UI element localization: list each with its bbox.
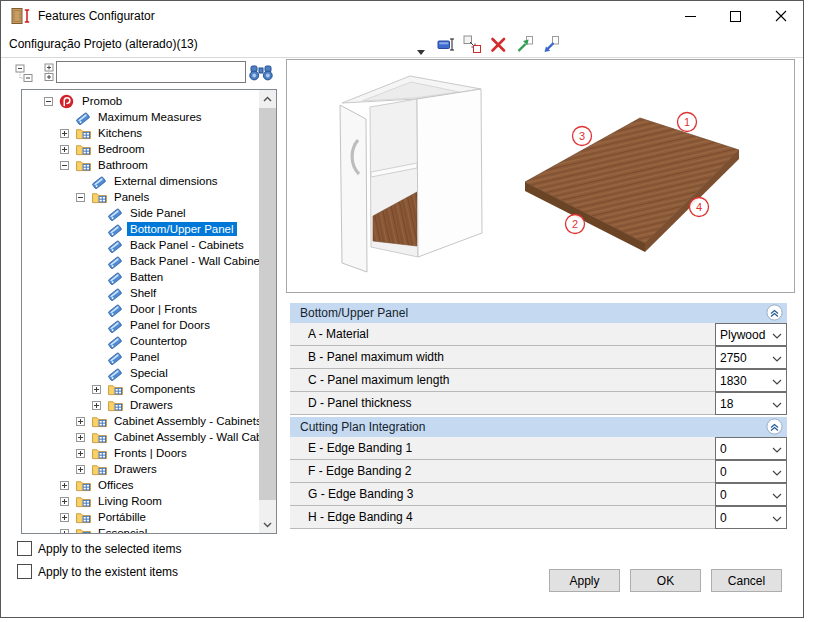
property-value-text: 0: [720, 465, 727, 479]
tree-item-drawers[interactable]: Drawers: [22, 397, 259, 413]
expander-plus-icon[interactable]: [76, 465, 91, 474]
tree-item-panel[interactable]: Panel: [22, 349, 259, 365]
folder-icon: [75, 526, 95, 534]
tree-item-countertop[interactable]: Countertop: [22, 333, 259, 349]
property-value-dropdown[interactable]: 2750: [715, 346, 787, 369]
tree-item-panel-for-doors[interactable]: Panel for Doors: [22, 317, 259, 333]
tree-item-batten[interactable]: Batten: [22, 269, 259, 285]
tree-item-back-panel-cabinets[interactable]: Back Panel - Cabinets: [22, 237, 259, 253]
property-value-dropdown[interactable]: 0: [715, 506, 787, 529]
tree-item-bathroom[interactable]: Bathroom: [22, 157, 259, 173]
property-label: G - Edge Banding 3: [290, 483, 715, 506]
minimize-button[interactable]: [668, 1, 713, 31]
delete-icon[interactable]: [489, 35, 508, 54]
scroll-up-icon[interactable]: [259, 90, 276, 107]
property-value-dropdown[interactable]: 18: [715, 392, 787, 415]
checkbox-box[interactable]: [17, 541, 32, 556]
titlebar: Features Configurator: [1, 1, 803, 31]
tree-item-kitchens[interactable]: Kitchens: [22, 125, 259, 141]
tree-item-label: Bathroom: [95, 158, 151, 172]
apply-button[interactable]: Apply: [549, 569, 620, 592]
tree-item-essencial[interactable]: Essencial: [22, 525, 259, 534]
property-value-dropdown[interactable]: 0: [715, 437, 787, 460]
tree-item-fronts-doors[interactable]: Fronts | Doors: [22, 445, 259, 461]
scroll-down-icon[interactable]: [259, 516, 276, 533]
property-value-dropdown[interactable]: Plywood: [715, 323, 787, 346]
callout-number: 4: [696, 201, 702, 213]
tree-item-label: Cabinet Assembly - Cabinets: [111, 414, 265, 428]
tree-item-cabinet-assembly-wall-cabinet[interactable]: Cabinet Assembly - Wall Cabinet: [22, 429, 259, 445]
property-value-dropdown[interactable]: 1830: [715, 369, 787, 392]
property-value-dropdown[interactable]: 0: [715, 483, 787, 506]
maximize-button[interactable]: [713, 1, 758, 31]
expander-plus-icon[interactable]: [60, 481, 75, 490]
expander-plus-icon[interactable]: [60, 497, 75, 506]
ok-button[interactable]: OK: [630, 569, 701, 592]
property-row: D - Panel thickness18: [290, 392, 787, 415]
callout-number: 3: [579, 130, 585, 142]
tag-icon: [107, 334, 127, 349]
tree-item-label: Door | Fronts: [127, 302, 200, 316]
tree-item-door-fronts[interactable]: Door | Fronts: [22, 301, 259, 317]
property-value-text: 1830: [720, 374, 747, 388]
property-value-dropdown[interactable]: 0: [715, 460, 787, 483]
dropdown-caret-icon[interactable]: [417, 41, 425, 59]
expander-plus-icon[interactable]: [76, 417, 91, 426]
collapse-section-icon[interactable]: [766, 304, 783, 321]
tree-item-special[interactable]: Special: [22, 365, 259, 381]
copy-configuration-icon[interactable]: [463, 35, 482, 54]
tree-item-cabinet-assembly-cabinets[interactable]: Cabinet Assembly - Cabinets: [22, 413, 259, 429]
expander-minus-icon[interactable]: [60, 161, 75, 170]
expander-plus-icon[interactable]: [92, 385, 107, 394]
expander-minus-icon[interactable]: [44, 97, 59, 106]
tree-item-back-panel-wall-cabinets[interactable]: Back Panel - Wall Cabinets: [22, 253, 259, 269]
tag-icon: [107, 254, 127, 269]
tree-item-label: Portábille: [95, 510, 149, 524]
expander-plus-icon[interactable]: [76, 433, 91, 442]
collapse-all-icon[interactable]: [14, 62, 35, 83]
checkbox-label: Apply to the selected items: [38, 542, 181, 556]
expander-minus-icon[interactable]: [76, 193, 91, 202]
collapse-section-icon[interactable]: [766, 418, 783, 435]
expander-plus-icon[interactable]: [60, 129, 75, 138]
binoculars-search-icon[interactable]: [245, 61, 277, 83]
import-icon[interactable]: [541, 35, 560, 54]
export-icon[interactable]: [515, 35, 534, 54]
tag-icon: [107, 350, 127, 365]
tree-item-port-bille[interactable]: Portábille: [22, 509, 259, 525]
property-label: B - Panel maximum width: [290, 346, 715, 369]
tree-item-label: External dimensions: [111, 174, 221, 188]
configuration-combo[interactable]: Configuração Projeto (alterado)(13): [9, 31, 198, 57]
tree-item-bedroom[interactable]: Bedroom: [22, 141, 259, 157]
tree-item-maximum-measures[interactable]: Maximum Measures: [22, 109, 259, 125]
scroll-thumb[interactable]: [259, 108, 276, 500]
tree-item-bottom-upper-panel[interactable]: Bottom/Upper Panel: [22, 221, 259, 237]
tree-item-offices[interactable]: Offices: [22, 477, 259, 493]
tree-item-shelf[interactable]: Shelf: [22, 285, 259, 301]
apply-selected-checkbox[interactable]: Apply to the selected items: [17, 541, 181, 556]
tree-item-components[interactable]: Components: [22, 381, 259, 397]
cancel-button[interactable]: Cancel: [711, 569, 782, 592]
rename-icon[interactable]: [437, 35, 456, 54]
tree-item-panels[interactable]: Panels: [22, 189, 259, 205]
chevron-down-icon: [772, 488, 782, 502]
checkbox-box[interactable]: [17, 564, 32, 579]
tree-item-living-room[interactable]: Living Room: [22, 493, 259, 509]
tree-item-promob[interactable]: Promob: [22, 93, 259, 109]
tree-scrollbar[interactable]: [259, 90, 276, 533]
close-button[interactable]: [758, 1, 803, 31]
expander-plus-icon[interactable]: [60, 145, 75, 154]
property-row: E - Edge Banding 10: [290, 437, 787, 460]
expander-plus-icon[interactable]: [76, 449, 91, 458]
expander-plus-icon[interactable]: [60, 529, 75, 535]
tree-item-side-panel[interactable]: Side Panel: [22, 205, 259, 221]
tree-item-label: Countertop: [127, 334, 190, 348]
tree-item-drawers[interactable]: Drawers: [22, 461, 259, 477]
apply-existent-checkbox[interactable]: Apply to the existent items: [17, 564, 178, 579]
expander-plus-icon[interactable]: [92, 401, 107, 410]
tree-item-label: Cabinet Assembly - Wall Cabinet: [111, 430, 277, 444]
property-section-1: Cutting Plan IntegrationE - Edge Banding…: [290, 417, 787, 529]
tree-item-external-dimensions[interactable]: External dimensions: [22, 173, 259, 189]
expander-plus-icon[interactable]: [60, 513, 75, 522]
tree-search-input[interactable]: [56, 61, 246, 83]
